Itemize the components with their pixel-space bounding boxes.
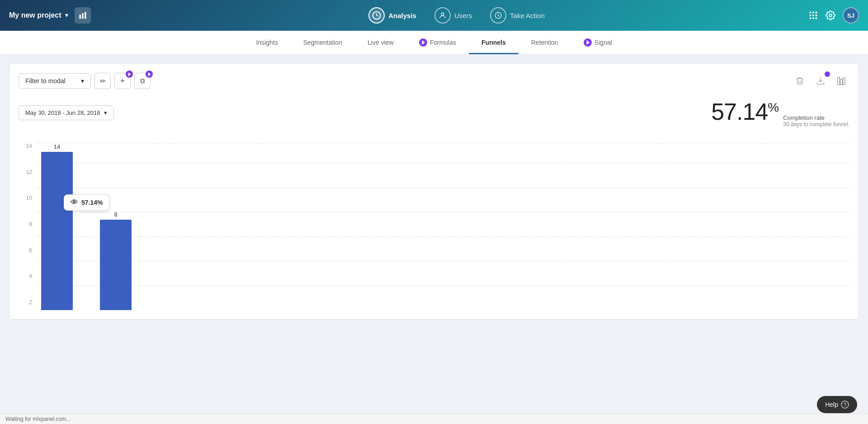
- project-name-text: My new project: [9, 11, 61, 19]
- svg-rect-21: [840, 79, 843, 85]
- subnav: Insights Segmentation Live view Formulas…: [0, 31, 868, 54]
- subnav-signal[interactable]: Signal: [571, 31, 625, 54]
- svg-marker-15: [422, 40, 425, 45]
- bar-chart-icon[interactable]: [75, 7, 91, 24]
- chart-container: 2 4 6 8 10 12 14: [19, 138, 849, 310]
- conversion-tooltip: 👁 57.14%: [64, 194, 109, 211]
- funnels-label: Funnels: [481, 39, 506, 46]
- eye-icon: 👁: [71, 198, 78, 207]
- signal-badge: [584, 38, 592, 47]
- y-label-4: 4: [19, 273, 32, 279]
- subnav-segmentation[interactable]: Segmentation: [291, 31, 355, 54]
- svg-rect-2: [85, 12, 86, 19]
- project-name[interactable]: My new project ▼: [9, 11, 69, 19]
- y-label-2: 2: [19, 299, 32, 306]
- apps-icon[interactable]: [808, 10, 818, 20]
- toolbar: Filter to modal ▾ ✏ + ⧉: [19, 73, 849, 89]
- take-action-icon: [490, 7, 506, 24]
- dropdown-arrow-icon: ▾: [81, 77, 84, 85]
- svg-rect-12: [812, 18, 814, 19]
- svg-rect-5: [810, 12, 811, 14]
- subnav-live-view[interactable]: Live view: [355, 31, 406, 54]
- copy-icon: ⧉: [140, 77, 145, 85]
- completion-rate-value: 57.14%: [711, 98, 778, 125]
- nav-users[interactable]: Users: [434, 7, 472, 24]
- completion-stats: 57.14% Completion rate 30 days to comple…: [711, 98, 849, 127]
- bar-2-label: 8: [114, 211, 117, 218]
- delete-button[interactable]: [792, 73, 808, 89]
- avatar[interactable]: SJ: [843, 7, 859, 24]
- date-range-picker[interactable]: May 30, 2018 - Jun 28, 2018 ▾: [19, 105, 114, 120]
- completion-days-label: 30 days to complete funnel.: [783, 121, 849, 127]
- bar-2[interactable]: [100, 220, 132, 310]
- svg-rect-6: [812, 12, 814, 14]
- toolbar-left: Filter to modal ▾ ✏ + ⧉: [19, 73, 151, 89]
- header-right: SJ: [805, 7, 859, 24]
- y-label-12: 12: [19, 169, 32, 175]
- segmentation-label: Segmentation: [303, 39, 342, 46]
- add-button[interactable]: +: [114, 73, 131, 89]
- formulas-badge: [419, 38, 427, 47]
- completion-rate-label: Completion rate: [783, 114, 849, 121]
- svg-rect-22: [843, 78, 845, 85]
- svg-marker-18: [148, 72, 151, 76]
- edit-button[interactable]: ✏: [94, 73, 111, 89]
- svg-rect-0: [80, 14, 81, 19]
- formulas-label: Formulas: [430, 39, 456, 46]
- chart-options-button[interactable]: [833, 73, 849, 89]
- date-range-text: May 30, 2018 - Jun 28, 2018: [25, 109, 100, 116]
- svg-rect-9: [812, 14, 814, 16]
- subnav-formulas[interactable]: Formulas: [406, 31, 469, 54]
- svg-rect-20: [838, 77, 840, 85]
- calendar-icon: ▾: [104, 109, 107, 116]
- svg-rect-13: [816, 18, 817, 19]
- subnav-funnels[interactable]: Funnels: [469, 31, 519, 54]
- y-label-6: 6: [19, 247, 32, 254]
- download-button[interactable]: [812, 73, 829, 89]
- take-action-label: Take Action: [510, 12, 545, 19]
- svg-rect-7: [816, 12, 817, 14]
- bar-2-wrapper: 8: [95, 211, 136, 310]
- header-left: My new project ▼: [9, 7, 108, 24]
- y-label-14: 14: [19, 143, 32, 149]
- filter-dropdown[interactable]: Filter to modal ▾: [19, 73, 91, 89]
- filter-label: Filter to modal: [25, 77, 66, 85]
- svg-rect-11: [810, 18, 811, 19]
- svg-rect-1: [82, 13, 84, 19]
- edit-icon: ✏: [100, 77, 106, 85]
- nav-take-action[interactable]: Take Action: [490, 7, 545, 24]
- tooltip-value: 57.14%: [81, 199, 103, 206]
- bar-1-wrapper: 14: [37, 143, 77, 310]
- users-label: Users: [454, 12, 472, 19]
- status-bar: Waiting for mixpanel.com...: [0, 414, 868, 424]
- live-view-label: Live view: [368, 39, 394, 46]
- status-text: Waiting for mixpanel.com...: [5, 416, 71, 422]
- nav-analysis[interactable]: Analysis: [368, 7, 416, 24]
- svg-rect-8: [810, 14, 811, 16]
- main-content: Filter to modal ▾ ✏ + ⧉: [0, 54, 868, 424]
- download-badge: [825, 71, 830, 77]
- funnel-card: Filter to modal ▾ ✏ + ⧉: [9, 63, 859, 320]
- subnav-retention[interactable]: Retention: [519, 31, 571, 54]
- chevron-down-icon: ▼: [64, 12, 70, 19]
- bars-group: 14 👁 57.14% 8: [37, 138, 849, 310]
- settings-icon[interactable]: [826, 10, 835, 20]
- help-circle-icon: ?: [841, 400, 849, 409]
- toolbar-right: [792, 73, 849, 89]
- subnav-insights[interactable]: Insights: [243, 31, 290, 54]
- add-badge: [126, 71, 133, 78]
- header: My new project ▼ Analysis: [0, 0, 868, 31]
- analysis-icon: [368, 7, 385, 24]
- y-label-8: 8: [19, 221, 32, 227]
- bar-1[interactable]: [41, 152, 73, 310]
- bar-1-label: 14: [54, 143, 60, 150]
- y-axis: 2 4 6 8 10 12 14: [19, 138, 32, 310]
- help-button[interactable]: Help ?: [817, 396, 857, 413]
- stats-row: May 30, 2018 - Jun 28, 2018 ▾ 57.14% Com…: [19, 98, 849, 127]
- copy-button[interactable]: ⧉: [134, 73, 151, 89]
- svg-rect-10: [816, 14, 817, 16]
- help-label: Help: [825, 401, 838, 408]
- users-icon: [434, 7, 451, 24]
- y-label-10: 10: [19, 195, 32, 201]
- insights-label: Insights: [256, 39, 278, 46]
